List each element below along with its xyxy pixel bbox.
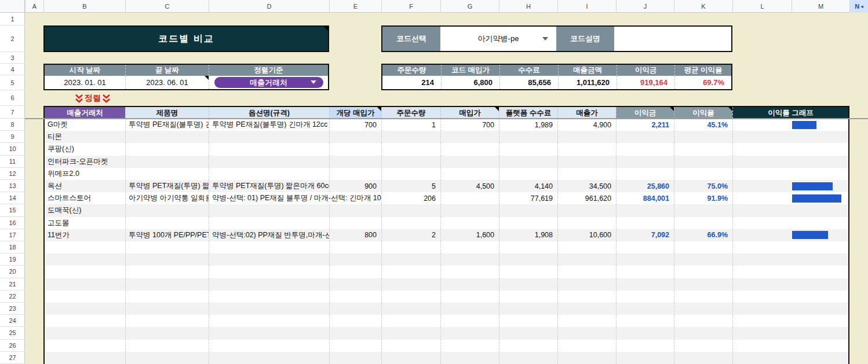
cell-qty[interactable]: [381, 168, 440, 180]
cell-vendor[interactable]: 스마트스토어: [45, 192, 125, 204]
cell-purchase[interactable]: [440, 156, 499, 168]
column-letter-E[interactable]: E: [329, 0, 381, 13]
cell-sale[interactable]: [557, 327, 616, 339]
end-date-field[interactable]: 2023. 06. 01: [125, 76, 209, 89]
cell-margin[interactable]: [674, 327, 732, 339]
column-letter-M[interactable]: M: [792, 0, 849, 13]
cell-qty[interactable]: [381, 340, 440, 352]
cell-purchase[interactable]: [440, 192, 499, 204]
cell-product[interactable]: [125, 278, 209, 291]
col-header-margin[interactable]: 이익율: [674, 107, 732, 119]
cell-unit-price[interactable]: 800: [329, 229, 381, 241]
cell-purchase[interactable]: [440, 291, 499, 303]
cell-purchase[interactable]: [440, 204, 499, 216]
row-number-8[interactable]: 8: [0, 119, 25, 131]
col-header-purchase[interactable]: 매입가: [440, 107, 499, 119]
col-header-profit[interactable]: 이익금: [616, 107, 674, 119]
cell-profit[interactable]: 7,092: [616, 229, 674, 241]
cell-vendor[interactable]: 도매꾹(신): [45, 204, 125, 216]
cell-purchase[interactable]: [440, 143, 499, 155]
cell-profit[interactable]: [616, 352, 674, 364]
cell-platform-fee[interactable]: [499, 217, 557, 229]
cell-purchase[interactable]: [440, 266, 499, 278]
cell-unit-price[interactable]: [329, 253, 381, 266]
cell-margin[interactable]: [674, 340, 732, 352]
column-letter-H[interactable]: H: [499, 0, 557, 13]
cell-product[interactable]: [125, 204, 209, 216]
cell-qty[interactable]: [381, 131, 440, 143]
cell-unit-price[interactable]: 900: [329, 180, 381, 192]
cell-purchase[interactable]: [440, 217, 499, 229]
cell-unit-price[interactable]: [329, 315, 381, 327]
column-letter-D[interactable]: D: [209, 0, 329, 13]
row-number-12[interactable]: 12: [0, 168, 25, 180]
cell-platform-fee[interactable]: [499, 266, 557, 278]
cell-platform-fee[interactable]: [499, 327, 557, 339]
cell-margin-graph[interactable]: [732, 143, 848, 155]
cell-unit-price[interactable]: [329, 217, 381, 229]
select-all-corner[interactable]: [0, 0, 25, 13]
cell-option[interactable]: [209, 315, 329, 327]
column-letter-G[interactable]: G: [440, 0, 499, 13]
cell-sale[interactable]: 10,600: [557, 229, 616, 241]
cell-qty[interactable]: [381, 291, 440, 303]
cell-purchase[interactable]: [440, 168, 499, 180]
cell-margin[interactable]: [674, 241, 732, 253]
cell-platform-fee[interactable]: [499, 340, 557, 352]
cell-qty[interactable]: [381, 156, 440, 168]
cell-margin[interactable]: [674, 143, 732, 155]
cell-qty[interactable]: [381, 217, 440, 229]
cell-unit-price[interactable]: [329, 340, 381, 352]
sort-dropdown[interactable]: 매출거래처: [214, 77, 323, 88]
cell-vendor[interactable]: [45, 303, 125, 315]
cell-margin[interactable]: [674, 204, 732, 216]
cell-profit[interactable]: 2,211: [616, 119, 674, 131]
cell-margin[interactable]: [674, 291, 732, 303]
cell-unit-price[interactable]: [329, 266, 381, 278]
cell-sale[interactable]: 961,620: [557, 192, 616, 204]
cell-qty[interactable]: [381, 204, 440, 216]
row-number-10[interactable]: 10: [0, 143, 25, 155]
cell-sale[interactable]: [557, 143, 616, 155]
cell-margin-graph[interactable]: [732, 119, 848, 131]
cell-option[interactable]: 투약병 PE재질(불투명) 긴마개 12cc 10: [209, 119, 329, 131]
cell-product[interactable]: [125, 131, 209, 143]
cell-vendor[interactable]: 인터파크-오픈마켓: [45, 156, 125, 168]
cell-platform-fee[interactable]: [499, 131, 557, 143]
cell-sale[interactable]: [557, 168, 616, 180]
cell-margin-graph[interactable]: [732, 278, 848, 291]
summary-revenue[interactable]: 1,011,620: [558, 76, 617, 89]
cell-margin[interactable]: 66.9%: [674, 229, 732, 241]
cell-sale[interactable]: [557, 315, 616, 327]
cell-profit[interactable]: [616, 143, 674, 155]
cell-option[interactable]: [209, 204, 329, 216]
row-number-26[interactable]: 26: [0, 340, 25, 352]
cell-sale[interactable]: [557, 217, 616, 229]
col-header-sale[interactable]: 매출가: [557, 107, 616, 119]
cell-sale[interactable]: [557, 340, 616, 352]
cell-qty[interactable]: [381, 278, 440, 291]
code-select-dropdown[interactable]: 아기약병-pe: [440, 27, 556, 51]
cell-purchase[interactable]: [440, 278, 499, 291]
cell-product[interactable]: [125, 168, 209, 180]
cell-margin[interactable]: [674, 266, 732, 278]
cell-vendor[interactable]: [45, 253, 125, 266]
cell-margin[interactable]: 45.1%: [674, 119, 732, 131]
cell-sale[interactable]: [557, 204, 616, 216]
summary-code-cost[interactable]: 6,800: [441, 76, 499, 89]
cell-option[interactable]: [209, 253, 329, 266]
cell-platform-fee[interactable]: [499, 291, 557, 303]
cell-margin-graph[interactable]: [732, 229, 848, 241]
row-number-6[interactable]: 6: [0, 90, 25, 106]
row-number-2[interactable]: 2: [0, 25, 25, 52]
cell-margin[interactable]: 75.0%: [674, 180, 732, 192]
cell-qty[interactable]: [381, 253, 440, 266]
cell-vendor[interactable]: 티몬: [45, 131, 125, 143]
cell-margin-graph[interactable]: [732, 253, 848, 266]
code-desc-field[interactable]: [614, 27, 731, 51]
col-header-vendor[interactable]: 매출거래처: [45, 107, 125, 119]
cell-vendor[interactable]: [45, 327, 125, 339]
cell-qty[interactable]: 206: [381, 192, 440, 204]
cell-purchase[interactable]: 1,600: [440, 229, 499, 241]
summary-fee[interactable]: 85,656: [499, 76, 558, 89]
